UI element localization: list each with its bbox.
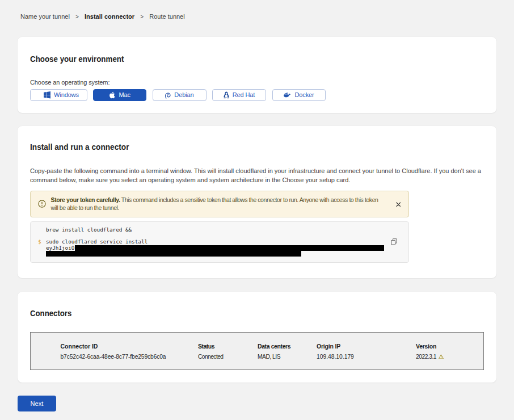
breadcrumb-step-name-tunnel[interactable]: Name your tunnel [20,14,70,20]
apple-icon [109,91,116,99]
install-connector-card: Install and run a connector Copy-paste t… [18,126,496,278]
redacted-token-bar [75,245,384,251]
copy-command-button[interactable] [388,236,399,247]
breadcrumb-step-route-tunnel[interactable]: Route tunnel [149,14,184,20]
environment-card-title: Choose your environment [30,54,124,63]
close-warning-button[interactable] [394,200,403,209]
os-button-debian[interactable]: Debian [153,89,207,102]
docker-icon [283,91,291,98]
connector-origin-ip-value: 109.48.10.179 [317,354,354,360]
os-button-red-hat[interactable]: Red Hat [212,89,266,102]
redacted-token-bar [46,251,301,257]
windows-icon [44,91,51,99]
os-button-label: Mac [119,91,130,98]
os-button-group: Windows Mac Debian Red Hat Docker [30,89,326,102]
os-button-mac[interactable]: Mac [93,89,146,102]
column-header-origin-ip: Origin IP [317,343,340,350]
connectors-card: Connectors Connector ID Status Data cent… [18,292,496,383]
os-button-docker[interactable]: Docker [272,89,326,102]
connector-data-centers-value: MAD, LIS [258,354,280,360]
breadcrumb-step-install-connector[interactable]: Install connector [85,14,134,20]
install-card-title: Install and run a connector [30,142,129,151]
connectors-table: Connector ID Status Data centers Origin … [30,332,484,370]
install-description: Copy-paste the following command into a … [30,167,484,184]
os-button-windows[interactable]: Windows [30,89,87,102]
breadcrumb-separator: > [140,14,144,20]
column-header-version: Version [416,343,436,350]
os-button-label: Windows [54,91,79,98]
version-text: 2022.3.1 [416,354,436,360]
debian-icon [165,91,171,99]
column-header-data-centers: Data centers [258,343,290,350]
next-button[interactable]: Next [18,396,56,411]
os-button-label: Debian [174,91,193,98]
alert-circle-icon [38,200,46,210]
column-header-connector-id: Connector ID [61,343,98,350]
connector-id-value: b7c52c42-6caa-48ee-8c77-fbe259cb6c0a [61,354,166,360]
linux-icon [224,91,229,99]
copy-icon [391,238,397,245]
token-warning-banner: Store your token carefully. This command… [30,191,409,217]
token-warning-bold: Store your token carefully. [51,196,120,203]
close-icon [396,202,401,207]
choose-environment-card: Choose your environment Choose an operat… [18,37,496,113]
os-button-label: Docker [294,91,314,98]
install-command-block: brew install cloudflared && sudo cloudfl… [30,221,409,263]
shell-prompt: $ [38,239,41,245]
token-warning-text: Store your token carefully. This command… [51,196,382,212]
warning-triangle-icon [439,355,444,359]
breadcrumb-separator: > [75,14,79,20]
os-select-label: Choose an operating system: [30,79,109,86]
os-button-label: Red Hat [233,91,255,98]
connectors-card-title: Connectors [30,309,71,317]
connector-status-value: Connected [198,354,223,360]
column-header-status: Status [198,343,214,350]
connector-version-value: 2022.3.1 [416,354,444,360]
tunnel-setup-page: { "page": { "background_color": "#f2f2f2… [0,0,514,420]
breadcrumb: Name your tunnel > Install connector > R… [20,14,185,20]
